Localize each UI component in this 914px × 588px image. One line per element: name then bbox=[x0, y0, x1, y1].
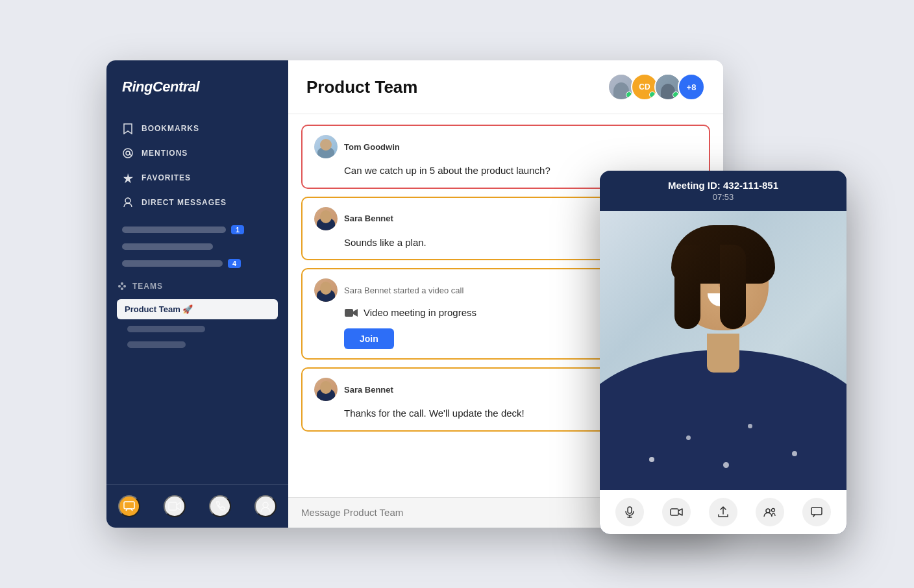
chat-control-button[interactable] bbox=[802, 498, 831, 526]
online-indicator-2 bbox=[649, 92, 656, 98]
phone-nav-button[interactable] bbox=[209, 495, 231, 517]
sidebar-item-mentions[interactable]: MENTIONS bbox=[106, 141, 288, 165]
sidebar-item-bookmarks[interactable]: BOOKMARKS bbox=[106, 116, 288, 141]
message-header-1: Tom Goodwin bbox=[314, 135, 697, 158]
teams-list: Product Team 🚀 bbox=[106, 297, 288, 353]
dm-item-2[interactable] bbox=[117, 241, 278, 252]
sidebar-bottom-nav bbox=[106, 484, 288, 528]
chat-title: Product Team bbox=[306, 77, 417, 97]
dm-bar-1 bbox=[122, 227, 226, 233]
team-item-2[interactable] bbox=[117, 323, 278, 335]
video-call-overlay: Meeting ID: 432-111-851 07:53 bbox=[600, 171, 846, 534]
meeting-time: 07:53 bbox=[613, 192, 834, 202]
msg-avatar-sara-3 bbox=[314, 378, 338, 401]
sidebar: RingCentral BOOKMARKS bbox=[106, 60, 288, 528]
bookmarks-label: BOOKMARKS bbox=[142, 124, 199, 133]
team-bar-3 bbox=[127, 341, 186, 348]
logo-area: RingCentral bbox=[106, 60, 288, 111]
member-cd-initials: CD bbox=[639, 82, 650, 92]
members-avatars: CD +8 bbox=[608, 73, 705, 101]
svg-point-2 bbox=[125, 198, 130, 203]
dm-item-1[interactable]: 1 bbox=[117, 223, 278, 237]
svg-point-1 bbox=[123, 149, 132, 158]
share-control-button[interactable] bbox=[709, 498, 737, 526]
member-avatar-more: +8 bbox=[678, 73, 705, 101]
msg-avatar-tom bbox=[314, 135, 338, 158]
video-nav-button[interactable] bbox=[164, 495, 186, 517]
svg-point-5 bbox=[121, 282, 123, 285]
dm-bar-3 bbox=[122, 260, 223, 267]
msg-sender-1: Tom Goodwin bbox=[344, 142, 400, 152]
online-indicator-1 bbox=[626, 92, 632, 98]
dm-list: 1 4 bbox=[106, 220, 288, 273]
dm-item-3[interactable]: 4 bbox=[117, 256, 278, 271]
svg-point-3 bbox=[118, 285, 121, 288]
msg-sender-2: Sara Bennet bbox=[344, 214, 393, 223]
svg-rect-7 bbox=[124, 502, 134, 509]
video-feed bbox=[600, 211, 846, 490]
join-meeting-button[interactable]: Join bbox=[344, 328, 394, 349]
svg-point-15 bbox=[766, 509, 770, 513]
mic-control-button[interactable] bbox=[615, 498, 644, 526]
mentions-label: MENTIONS bbox=[142, 149, 188, 158]
dm-badge-3: 4 bbox=[228, 259, 241, 268]
svg-rect-14 bbox=[671, 509, 678, 515]
direct-messages-label: DIRECT MESSAGES bbox=[142, 198, 227, 207]
msg-avatar-sara-1 bbox=[314, 207, 338, 230]
camera-control-button[interactable] bbox=[662, 498, 691, 526]
participants-control-button[interactable] bbox=[756, 498, 784, 526]
msg-avatar-sara-2 bbox=[314, 278, 338, 302]
svg-point-0 bbox=[126, 151, 130, 155]
bookmark-icon bbox=[122, 123, 134, 134]
app-logo: RingCentral bbox=[122, 79, 199, 95]
video-controls-bar bbox=[600, 490, 846, 534]
svg-rect-11 bbox=[628, 507, 632, 513]
sidebar-navigation: BOOKMARKS MENTIONS bbox=[106, 111, 288, 220]
svg-rect-10 bbox=[345, 309, 353, 317]
meeting-id: Meeting ID: 432-111-851 bbox=[613, 180, 834, 191]
teams-section-header: TEAMS bbox=[106, 273, 288, 294]
sidebar-item-favorites[interactable]: FAVORITES bbox=[106, 165, 288, 190]
msg-sender-4: Sara Bennet bbox=[344, 385, 393, 395]
member-more-count: +8 bbox=[687, 82, 697, 92]
video-camera-icon bbox=[344, 308, 358, 317]
profile-nav-button[interactable] bbox=[254, 495, 277, 517]
sidebar-item-direct-messages[interactable]: DIRECT MESSAGES bbox=[106, 190, 288, 215]
team-item-product-team[interactable]: Product Team 🚀 bbox=[117, 299, 278, 319]
message-nav-button[interactable] bbox=[118, 495, 140, 517]
svg-rect-17 bbox=[811, 508, 822, 515]
svg-rect-8 bbox=[169, 502, 177, 510]
svg-point-4 bbox=[123, 285, 126, 288]
team-item-3[interactable] bbox=[117, 339, 278, 350]
star-icon bbox=[122, 172, 134, 184]
dm-badge-1: 1 bbox=[231, 225, 244, 234]
video-meeting-text: Video meeting in progress bbox=[364, 307, 476, 318]
svg-point-9 bbox=[263, 502, 268, 508]
team-bar-2 bbox=[127, 326, 205, 332]
svg-point-16 bbox=[772, 509, 775, 512]
msg-system-text: Sara Bennet started a video call bbox=[344, 286, 463, 295]
person-icon bbox=[122, 197, 134, 208]
at-icon bbox=[122, 147, 134, 159]
video-call-header: Meeting ID: 432-111-851 07:53 bbox=[600, 171, 846, 211]
favorites-label: FAVORITES bbox=[142, 173, 191, 182]
chat-header: Product Team CD bbox=[288, 60, 723, 114]
svg-point-6 bbox=[121, 288, 123, 290]
product-team-label: Product Team 🚀 bbox=[125, 304, 193, 314]
online-indicator-3 bbox=[673, 92, 679, 98]
dm-bar-2 bbox=[122, 243, 213, 250]
teams-label: TEAMS bbox=[132, 282, 163, 291]
